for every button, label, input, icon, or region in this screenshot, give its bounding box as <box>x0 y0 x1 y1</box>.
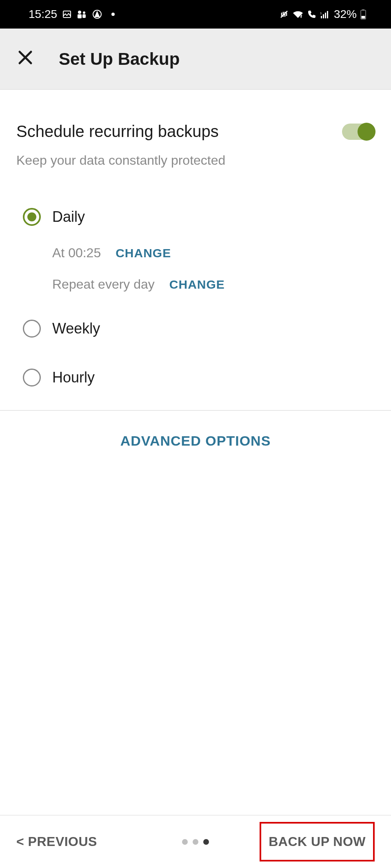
toggle-knob <box>358 123 375 141</box>
daily-details: At 00:25 CHANGE Repeat every day CHANGE <box>52 245 375 292</box>
schedule-toggle[interactable] <box>342 124 375 140</box>
daily-repeat-row: Repeat every day CHANGE <box>52 277 375 292</box>
schedule-title: Schedule recurring backups <box>16 122 219 141</box>
schedule-subtitle: Keep your data constantly protected <box>16 153 375 168</box>
daily-repeat-text: Repeat every day <box>52 277 155 292</box>
radio-hourly[interactable]: Hourly <box>23 365 375 390</box>
svg-rect-10 <box>327 11 328 18</box>
page-title: Set Up Backup <box>59 49 180 69</box>
radio-label-daily: Daily <box>52 208 85 225</box>
daily-time-text: At 00:25 <box>52 245 101 261</box>
daily-time-row: At 00:25 CHANGE <box>52 245 375 261</box>
page-dots <box>182 839 209 845</box>
advanced-options-button[interactable]: ADVANCED OPTIONS <box>120 433 271 448</box>
radio-circle-daily <box>23 208 41 226</box>
change-time-button[interactable]: CHANGE <box>116 246 171 260</box>
backup-now-button[interactable]: BACK UP NOW <box>260 822 375 861</box>
close-icon[interactable] <box>16 49 34 70</box>
status-left: 15:25 <box>29 8 115 21</box>
schedule-header: Schedule recurring backups <box>16 122 375 141</box>
footer: < PREVIOUS BACK UP NOW <box>0 815 391 868</box>
wifi-icon <box>292 10 304 19</box>
svg-rect-13 <box>362 9 364 11</box>
page-dot-3 <box>203 839 209 845</box>
svg-rect-14 <box>362 16 365 19</box>
dot-icon <box>111 12 115 16</box>
svg-rect-9 <box>325 13 326 18</box>
call-icon <box>307 9 317 19</box>
radio-group: Daily At 00:25 CHANGE Repeat every day C… <box>16 205 375 390</box>
radio-daily[interactable]: Daily <box>23 205 375 229</box>
image-icon <box>62 9 72 19</box>
radio-inner <box>27 212 36 221</box>
battery-percent: 32% <box>334 8 357 21</box>
content: Schedule recurring backups Keep your dat… <box>0 90 391 471</box>
radio-circle-weekly <box>23 320 41 338</box>
vibrate-icon <box>279 9 289 19</box>
change-repeat-button[interactable]: CHANGE <box>169 278 225 292</box>
svg-rect-3 <box>78 14 82 18</box>
svg-rect-7 <box>321 16 322 18</box>
svg-point-6 <box>111 13 115 16</box>
svg-rect-4 <box>82 14 86 18</box>
svg-point-1 <box>78 11 81 14</box>
svg-rect-8 <box>323 14 324 18</box>
radio-label-hourly: Hourly <box>52 369 95 386</box>
svg-text:1: 1 <box>320 11 322 15</box>
signal-icon: 1 <box>320 10 331 18</box>
advanced-options-row: ADVANCED OPTIONS <box>16 411 375 471</box>
battery-icon <box>360 9 367 20</box>
teams-icon <box>77 9 87 19</box>
previous-button[interactable]: < PREVIOUS <box>16 834 97 849</box>
radio-circle-hourly <box>23 369 41 387</box>
page-dot-2 <box>193 839 198 845</box>
radio-weekly[interactable]: Weekly <box>23 316 375 341</box>
page-dot-1 <box>182 839 188 845</box>
radio-label-weekly: Weekly <box>52 320 100 337</box>
status-time: 15:25 <box>29 8 57 21</box>
app-header: Set Up Backup <box>0 29 391 90</box>
status-right: 1 32% <box>279 8 367 21</box>
svg-point-2 <box>83 11 85 14</box>
status-bar: 15:25 1 32% <box>0 0 391 29</box>
app-icon <box>92 9 102 19</box>
